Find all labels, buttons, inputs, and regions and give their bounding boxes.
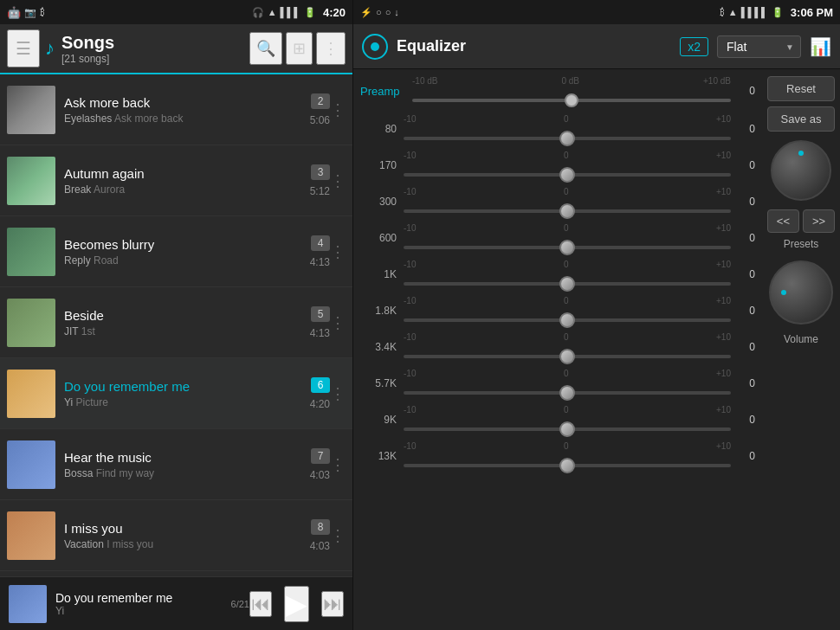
reset-button[interactable]: Reset: [767, 76, 835, 101]
status-icons-right-left: 🎧 ▲ ▌▌▌ 🔋 4:20: [252, 6, 346, 19]
scale-min: -10: [404, 441, 416, 451]
eq-band-slider-300[interactable]: [404, 209, 731, 213]
more-options-button[interactable]: ⋮: [316, 32, 346, 65]
song-info: Autumn again Break Aurora: [64, 166, 303, 196]
header-text: Songs [21 songs]: [61, 33, 114, 65]
list-item[interactable]: Do you remember me Yi Picture 6 4:20 ⋮: [0, 358, 352, 429]
eq-band-value: 0: [738, 414, 755, 426]
song-number: 2: [311, 93, 330, 109]
time-left: 4:20: [323, 6, 346, 19]
eq-band-slider-170[interactable]: [404, 173, 731, 177]
eq-band-value: 0: [738, 232, 755, 244]
eq-chart-icon[interactable]: 📊: [810, 36, 831, 57]
song-right: 7 4:03: [310, 448, 330, 481]
song-artist: Break: [64, 183, 91, 196]
song-number: 8: [311, 519, 330, 535]
list-item[interactable]: Ask more back Eyelashes Ask more back 2 …: [0, 74, 352, 145]
scale-max: +10: [716, 369, 731, 378]
eq-freq-scale: -10 0 +10: [404, 260, 731, 269]
headphone-icon: 🎧: [252, 7, 264, 18]
preset-prev-button[interactable]: <<: [767, 209, 799, 233]
wifi-icon-left: ▲: [268, 7, 277, 17]
signal-icon-right: ▌▌▌▌: [741, 7, 768, 17]
eq-band-row: 600 -10 0 +10 0: [360, 220, 755, 256]
song-more-button[interactable]: ⋮: [330, 526, 346, 545]
scale-center: 0: [564, 405, 569, 415]
song-album: Aurora: [94, 183, 125, 196]
hamburger-button[interactable]: ☰: [7, 29, 40, 68]
eq-band-slider-13K[interactable]: [404, 464, 731, 467]
status-bar-left: 🤖 📷 ₿ 🎧 ▲ ▌▌▌ 🔋 4:20: [0, 0, 352, 24]
list-item[interactable]: Beside JIT 1st 5 4:13 ⋮: [0, 287, 352, 358]
eq-band-slider-80[interactable]: [404, 137, 731, 140]
presets-label: Presets: [784, 238, 819, 250]
list-item[interactable]: I miss you Vacation I miss you 8 4:03 ⋮: [0, 500, 352, 571]
song-more-button[interactable]: ⋮: [330, 100, 346, 119]
usb-icon: ⚡: [360, 7, 372, 18]
song-more-button[interactable]: ⋮: [330, 384, 346, 403]
song-duration: 4:03: [310, 469, 330, 481]
preset-next-button[interactable]: >>: [803, 209, 835, 233]
scale-center: 0: [564, 223, 569, 233]
eq-band-slider-9K[interactable]: [404, 428, 731, 431]
equalizer-header: Equalizer x2 Flat Rock Pop Jazz Classica…: [353, 24, 840, 69]
eq-freq-label: 300: [360, 196, 397, 208]
play-button[interactable]: ▶: [284, 586, 309, 622]
header-actions: 🔍 ⊞ ⋮: [249, 32, 346, 65]
eq-band-row: 13K -10 0 +10 0: [360, 438, 755, 474]
song-artist: Eyelashes: [64, 112, 112, 125]
song-number: 4: [311, 235, 330, 251]
song-artist: JIT: [64, 325, 78, 338]
song-duration: 4:20: [310, 398, 330, 410]
song-title: Becomes blurry: [64, 237, 303, 252]
eq-knob-1[interactable]: [771, 140, 831, 201]
eq-preset-wrapper: Flat Rock Pop Jazz Classical: [717, 35, 801, 58]
eq-band-slider-600[interactable]: [404, 246, 731, 249]
list-item[interactable]: Becomes blurry Reply Road 4 4:13 ⋮: [0, 216, 352, 287]
eq-power-button[interactable]: [362, 34, 388, 60]
song-info: Beside JIT 1st: [64, 308, 303, 338]
eq-x2-button[interactable]: x2: [680, 37, 708, 56]
preamp-slider[interactable]: [412, 99, 731, 102]
scale-max: +10: [716, 296, 731, 305]
status-bar-right: ⚡ ○ ○ ↓ ₿ ▲ ▌▌▌▌ 🔋 3:06 PM: [353, 0, 840, 24]
song-meta: Yi Picture: [64, 396, 303, 408]
page-title: Songs: [61, 33, 114, 53]
right-panel: ⚡ ○ ○ ↓ ₿ ▲ ▌▌▌▌ 🔋 3:06 PM Equalizer x2 …: [353, 0, 840, 630]
eq-freq-slider-wrap: -10 0 +10: [404, 369, 731, 398]
list-item[interactable]: Autumn again Break Aurora 3 5:12 ⋮: [0, 145, 352, 216]
eq-freq-label: 80: [360, 123, 397, 135]
eq-band-row: 5.7K -10 0 +10 0: [360, 365, 755, 402]
volume-knob[interactable]: [769, 260, 833, 325]
eq-band-slider-3.4K[interactable]: [404, 355, 731, 358]
scale-center: 0: [564, 114, 569, 124]
search-button[interactable]: 🔍: [249, 32, 282, 65]
song-more-button[interactable]: ⋮: [330, 171, 346, 190]
save-as-button[interactable]: Save as: [767, 106, 835, 132]
eq-band-row: 1K -10 0 +10 0: [360, 256, 755, 292]
eq-preset-dropdown[interactable]: Flat Rock Pop Jazz Classical: [717, 35, 801, 58]
songs-count: [21 songs]: [61, 53, 114, 65]
view-toggle-button[interactable]: ⊞: [286, 32, 313, 65]
eq-band-slider-5.7K[interactable]: [404, 391, 731, 395]
song-more-button[interactable]: ⋮: [330, 455, 346, 474]
now-playing-artist: Yi: [55, 605, 223, 617]
eq-band-value: 0: [738, 159, 755, 171]
preamp-max-label: +10 dB: [703, 76, 731, 86]
list-item[interactable]: Hear the music Bossa Find my way 7 4:03 …: [0, 429, 352, 500]
scale-min: -10: [404, 114, 416, 124]
eq-band-slider-1.8K[interactable]: [404, 318, 731, 322]
scale-max: +10: [716, 223, 731, 233]
song-more-button[interactable]: ⋮: [330, 313, 346, 332]
eq-band-slider-1K[interactable]: [404, 282, 731, 286]
music-note-icon: ♪: [45, 37, 55, 60]
song-more-button[interactable]: ⋮: [330, 242, 346, 261]
next-button[interactable]: ⏭: [321, 591, 344, 617]
song-album: I miss you: [107, 538, 153, 550]
song-artist: Yi: [64, 396, 73, 408]
song-meta: Eyelashes Ask more back: [64, 112, 303, 125]
song-meta: Bossa Find my way: [64, 467, 303, 479]
prev-button[interactable]: ⏮: [249, 591, 272, 617]
song-title: Beside: [64, 308, 303, 323]
download-icon: ↓: [394, 7, 399, 17]
